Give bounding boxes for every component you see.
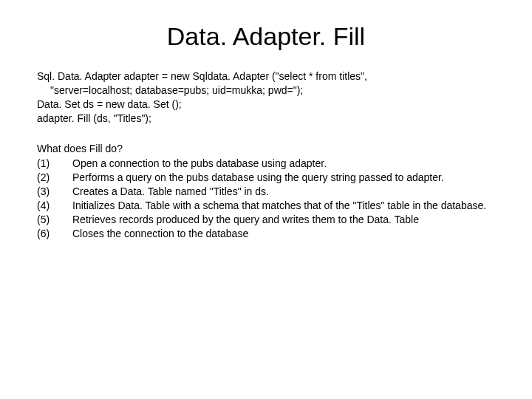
list-item: (1) Open a connection to the pubs databa… xyxy=(37,157,495,171)
code-line-4: adapter. Fill (ds, "Titles"); xyxy=(37,112,495,126)
item-text: Creates a Data. Table named "Titles" in … xyxy=(72,185,495,199)
item-text: Initializes Data. Table with a schema th… xyxy=(72,199,495,213)
item-number: (3) xyxy=(37,185,72,199)
code-block: Sql. Data. Adapter adapter = new Sqldata… xyxy=(37,69,495,126)
item-text: Open a connection to the pubs database u… xyxy=(72,157,495,171)
item-text: Retrieves records produced by the query … xyxy=(72,213,495,227)
item-number: (2) xyxy=(37,171,72,185)
slide-title: Data. Adapter. Fill xyxy=(37,22,495,51)
item-text: Closes the connection to the database xyxy=(72,227,495,241)
item-text: Performs a query on the pubs database us… xyxy=(72,171,495,185)
item-number: (1) xyxy=(37,157,72,171)
list-item: (6) Closes the connection to the databas… xyxy=(37,227,495,241)
list-item: (2) Performs a query on the pubs databas… xyxy=(37,171,495,185)
item-number: (6) xyxy=(37,227,72,241)
description-heading: What does Fill do? xyxy=(37,142,495,156)
list-item: (4) Initializes Data. Table with a schem… xyxy=(37,199,495,213)
description-block: What does Fill do? (1) Open a connection… xyxy=(37,142,495,241)
slide-container: Data. Adapter. Fill Sql. Data. Adapter a… xyxy=(0,0,532,256)
code-line-2: "server=localhost; database=pubs; uid=mu… xyxy=(37,83,495,98)
list-item: (5) Retrieves records produced by the qu… xyxy=(37,213,495,227)
item-number: (5) xyxy=(37,213,72,227)
list-item: (3) Creates a Data. Table named "Titles"… xyxy=(37,185,495,199)
code-line-1: Sql. Data. Adapter adapter = new Sqldata… xyxy=(37,69,495,83)
item-number: (4) xyxy=(37,199,72,213)
code-line-3: Data. Set ds = new data. Set (); xyxy=(37,98,495,112)
